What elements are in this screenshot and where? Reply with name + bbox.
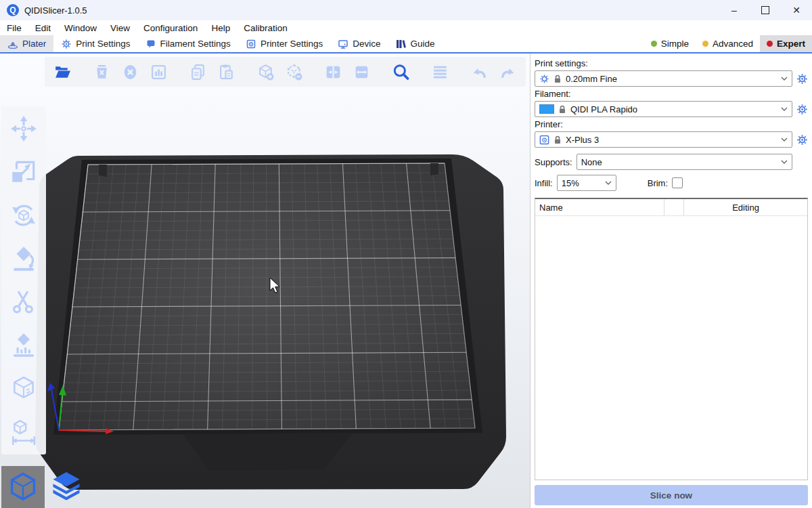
filament-gear-button[interactable]	[796, 103, 808, 115]
mode-label: Advanced	[713, 39, 753, 49]
menu-configuration[interactable]: Configuration	[137, 23, 204, 33]
undo-icon	[470, 63, 489, 81]
3d-editor-view-button[interactable]	[1, 466, 45, 508]
copy-icon	[189, 63, 207, 81]
maximize-button[interactable]	[750, 0, 781, 20]
infill-combo[interactable]: 15%	[557, 175, 616, 191]
supports-combo[interactable]: None	[577, 154, 792, 170]
seam-painting-button[interactable]	[9, 375, 39, 403]
menu-edit[interactable]: Edit	[28, 23, 58, 33]
tab-filament-settings[interactable]: Filament Settings	[138, 35, 238, 52]
menu-file[interactable]: File	[0, 23, 28, 33]
mode-expert[interactable]: Expert	[760, 35, 812, 52]
lock-icon	[554, 75, 562, 83]
place-on-face-icon	[9, 245, 38, 273]
printer-gear-button[interactable]	[796, 133, 808, 146]
menu-view[interactable]: View	[104, 23, 137, 33]
split-to-objects-icon	[324, 63, 342, 81]
supports-label: Supports:	[535, 157, 572, 167]
printer-icon	[539, 135, 549, 145]
variable-layer-height-button[interactable]	[429, 59, 451, 85]
variable-layer-height-icon	[431, 63, 449, 81]
supports-value: None	[581, 157, 602, 167]
print-bed-scene	[0, 54, 530, 508]
cut-icon	[9, 288, 38, 316]
tab-printer-settings[interactable]: Printer Settings	[238, 35, 330, 52]
guide-icon	[395, 39, 406, 49]
menu-bar: File Edit Window View Configuration Help…	[0, 20, 812, 35]
cut-button[interactable]	[9, 288, 39, 316]
mode-simple[interactable]: Simple	[644, 35, 696, 52]
menu-window[interactable]: Window	[58, 23, 104, 33]
infill-label: Infill:	[535, 178, 553, 188]
tab-label: Device	[353, 39, 380, 49]
tab-label: Printer Settings	[261, 39, 323, 49]
chevron-down-icon	[781, 107, 788, 111]
printer-settings-icon	[246, 39, 256, 49]
slice-now-button[interactable]: Slice now	[535, 485, 808, 505]
rotate-button[interactable]	[9, 201, 39, 230]
print-settings-value: 0.20mm Fine	[566, 74, 617, 84]
open-button[interactable]	[51, 59, 74, 85]
tab-device[interactable]: Device	[330, 35, 388, 52]
menu-calibration[interactable]: Calibration	[237, 23, 294, 33]
print-settings-gear-button[interactable]	[796, 72, 808, 85]
mode-label: Expert	[777, 39, 805, 49]
expert-dot-icon	[767, 41, 773, 47]
split-to-objects-button[interactable]	[322, 59, 344, 85]
measure-button[interactable]	[9, 418, 39, 446]
minimize-button[interactable]: –	[719, 0, 750, 20]
brim-checkbox[interactable]	[672, 177, 683, 188]
filament-combo[interactable]: QIDI PLA Rapido	[535, 101, 792, 117]
print-settings-icon	[61, 39, 72, 49]
tab-print-settings[interactable]: Print Settings	[53, 35, 137, 52]
printer-value: X-Plus 3	[566, 135, 599, 145]
search-button[interactable]	[390, 59, 412, 85]
view-mode-buttons	[1, 466, 88, 508]
device-icon	[338, 39, 348, 49]
redo-button[interactable]	[497, 59, 519, 85]
print-settings-combo[interactable]: 0.20mm Fine	[535, 70, 792, 87]
chevron-down-icon	[605, 181, 612, 185]
delete-all-icon	[121, 63, 139, 81]
filament-color-swatch	[539, 104, 554, 114]
advanced-dot-icon	[702, 41, 708, 47]
window-controls: – ✕	[719, 0, 812, 20]
title-bar: Q QIDISlicer-1.0.5 – ✕	[0, 0, 812, 20]
gizmo-toolbar	[1, 106, 46, 454]
printer-combo[interactable]: X-Plus 3	[535, 131, 792, 148]
object-list-body[interactable]	[535, 216, 807, 480]
place-on-face-button[interactable]	[9, 245, 39, 273]
column-editing: Editing	[684, 203, 807, 213]
paste-button[interactable]	[215, 59, 238, 85]
remove-instance-icon	[285, 63, 303, 81]
lock-icon	[558, 105, 566, 114]
bed-clip-right	[430, 163, 438, 175]
move-button[interactable]	[9, 114, 39, 143]
remove-instance-button[interactable]	[283, 59, 305, 85]
tab-plater[interactable]: Plater	[0, 35, 53, 52]
paint-on-supports-button[interactable]	[9, 331, 39, 360]
copy-button[interactable]	[187, 59, 209, 85]
add-instance-button[interactable]	[254, 59, 277, 85]
scale-button[interactable]	[9, 158, 39, 186]
mode-advanced[interactable]: Advanced	[696, 35, 760, 52]
menu-help[interactable]: Help	[204, 23, 237, 33]
delete-button[interactable]	[91, 59, 113, 85]
3d-viewport[interactable]	[0, 54, 530, 508]
arrange-button[interactable]	[148, 59, 170, 85]
split-to-parts-button[interactable]	[351, 59, 373, 85]
open-icon	[53, 63, 72, 81]
bed-clip-left	[99, 165, 107, 177]
undo-button[interactable]	[468, 59, 491, 85]
close-button[interactable]: ✕	[781, 0, 812, 20]
chevron-down-icon	[781, 77, 788, 81]
infill-value: 15%	[562, 178, 579, 188]
preview-view-button[interactable]	[45, 466, 88, 508]
filament-label: Filament:	[535, 89, 808, 99]
delete-all-button[interactable]	[119, 59, 141, 85]
tab-label: Plater	[22, 39, 46, 49]
chevron-down-icon	[781, 137, 788, 142]
tab-guide[interactable]: Guide	[388, 35, 442, 52]
object-list: Name Editing	[535, 198, 808, 480]
